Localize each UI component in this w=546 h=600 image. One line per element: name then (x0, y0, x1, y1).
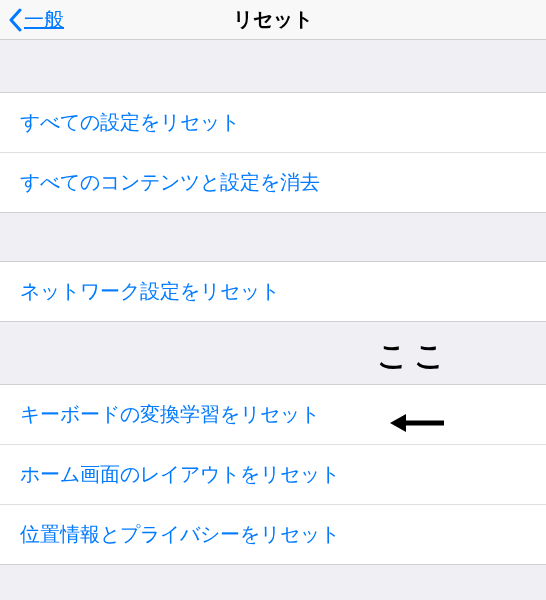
back-label: 一般 (24, 6, 64, 33)
page-title: リセット (233, 6, 313, 33)
list-item-label: キーボードの変換学習をリセット (20, 403, 320, 425)
list-group-3: キーボードの変換学習をリセット ホーム画面のレイアウトをリセット 位置情報とプラ… (0, 384, 546, 565)
section-spacer (0, 40, 546, 92)
list-group-1: すべての設定をリセット すべてのコンテンツと設定を消去 (0, 92, 546, 213)
list-group-2: ネットワーク設定をリセット (0, 261, 546, 322)
list-item-label: ネットワーク設定をリセット (20, 280, 280, 302)
annotation-label: ここ (377, 336, 451, 377)
reset-location-and-privacy[interactable]: 位置情報とプライバシーをリセット (0, 504, 546, 564)
header: 一般 リセット (0, 0, 546, 40)
reset-network-settings[interactable]: ネットワーク設定をリセット (0, 262, 546, 321)
list-item-label: すべてのコンテンツと設定を消去 (20, 171, 320, 193)
reset-all-settings[interactable]: すべての設定をリセット (0, 93, 546, 152)
erase-all-content-and-settings[interactable]: すべてのコンテンツと設定を消去 (0, 152, 546, 212)
list-item-label: すべての設定をリセット (20, 111, 240, 133)
list-item-label: 位置情報とプライバシーをリセット (20, 523, 340, 545)
section-spacer (0, 213, 546, 261)
reset-keyboard-dictionary[interactable]: キーボードの変換学習をリセット (0, 385, 546, 444)
reset-home-screen-layout[interactable]: ホーム画面のレイアウトをリセット (0, 444, 546, 504)
section-spacer: ここ (0, 322, 546, 384)
back-button[interactable]: 一般 (0, 6, 64, 33)
list-item-label: ホーム画面のレイアウトをリセット (20, 463, 340, 485)
chevron-left-icon (8, 8, 22, 32)
